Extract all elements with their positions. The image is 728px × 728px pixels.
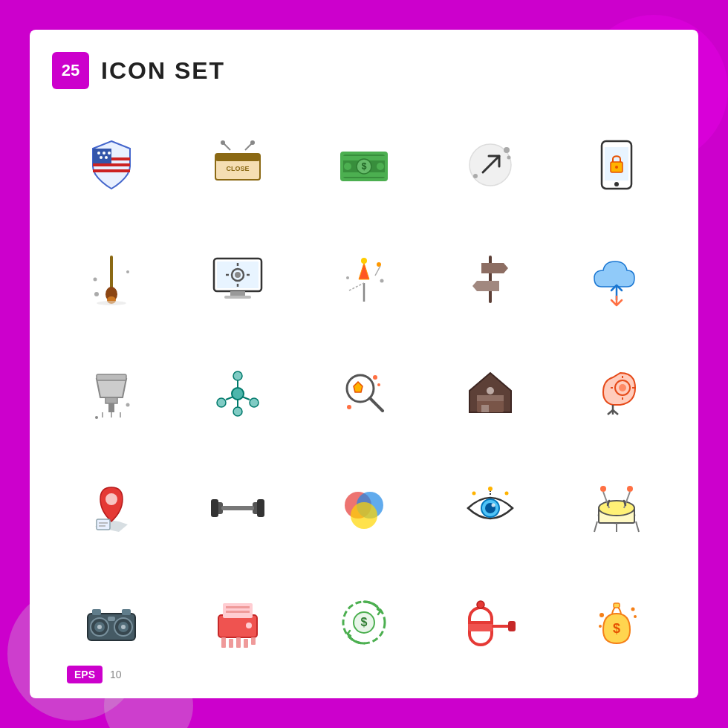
icon-money-cycle: $ [305, 569, 423, 676]
svg-point-35 [614, 182, 619, 186]
icon-boombox [52, 569, 171, 676]
svg-rect-151 [229, 639, 233, 648]
icons-grid: CLOSE $ [52, 111, 676, 676]
icon-eye-vision [431, 455, 550, 562]
header: 25 ICON SET [52, 52, 676, 89]
icon-fire-hose [431, 569, 550, 676]
svg-point-167 [599, 613, 604, 617]
icon-monitor-settings [178, 226, 297, 333]
svg-text:$: $ [361, 616, 368, 628]
svg-rect-106 [97, 519, 110, 530]
svg-point-32 [507, 156, 511, 160]
svg-point-43 [94, 278, 97, 282]
svg-rect-14 [215, 154, 260, 161]
svg-point-31 [504, 147, 510, 153]
svg-point-169 [634, 615, 637, 618]
icon-paint-brush-clean [52, 226, 171, 333]
icon-american-shield [52, 111, 171, 218]
svg-rect-110 [211, 499, 218, 517]
svg-rect-94 [481, 405, 489, 412]
icon-signpost [431, 226, 550, 333]
svg-point-155 [246, 623, 252, 628]
svg-point-97 [619, 384, 626, 391]
icon-color-mix [305, 455, 423, 562]
icon-close-sign: CLOSE [178, 111, 297, 218]
svg-rect-148 [226, 606, 250, 608]
footer: EPS 10 [67, 666, 122, 683]
svg-rect-5 [93, 163, 130, 166]
svg-point-116 [351, 502, 377, 529]
svg-point-27 [377, 163, 384, 170]
icon-molecule [178, 340, 297, 447]
svg-point-11 [100, 156, 103, 159]
svg-point-62 [346, 276, 349, 279]
icon-printer [178, 569, 297, 676]
svg-point-129 [600, 486, 606, 492]
svg-rect-154 [251, 637, 256, 645]
svg-point-9 [103, 152, 105, 155]
svg-point-58 [361, 258, 367, 264]
svg-point-168 [631, 608, 635, 611]
icon-dumbbell [178, 455, 297, 562]
svg-point-10 [108, 152, 111, 155]
svg-line-133 [594, 521, 597, 532]
svg-point-105 [105, 493, 117, 505]
svg-rect-144 [92, 609, 101, 615]
svg-rect-164 [508, 621, 516, 631]
icon-money-bag: $ [557, 569, 676, 676]
svg-point-44 [97, 301, 126, 305]
svg-rect-150 [221, 637, 226, 648]
svg-point-122 [505, 492, 509, 495]
svg-point-88 [347, 405, 351, 409]
icon-map-pin [52, 455, 171, 562]
badge-number: 25 [52, 52, 89, 89]
svg-point-26 [344, 163, 351, 170]
svg-rect-6 [93, 169, 130, 172]
svg-point-165 [477, 601, 484, 608]
svg-marker-56 [359, 263, 369, 279]
svg-point-126 [599, 501, 634, 516]
svg-point-95 [487, 387, 494, 394]
svg-rect-152 [236, 637, 241, 648]
icon-drum-set [557, 455, 676, 562]
svg-rect-162 [468, 621, 493, 624]
svg-text:$: $ [362, 161, 367, 172]
svg-point-41 [94, 292, 99, 296]
svg-rect-145 [122, 609, 131, 615]
icon-fireworks [305, 226, 423, 333]
svg-point-17 [221, 140, 225, 145]
header-title: ICON SET [101, 57, 225, 85]
svg-point-30 [473, 174, 478, 178]
svg-point-77 [232, 388, 244, 400]
svg-line-87 [370, 398, 383, 411]
svg-point-123 [472, 492, 476, 495]
svg-rect-153 [244, 639, 248, 648]
svg-point-63 [380, 279, 384, 283]
svg-rect-171 [614, 603, 620, 608]
eps-label: EPS [67, 666, 103, 683]
svg-point-50 [235, 272, 241, 278]
svg-rect-70 [108, 403, 114, 412]
svg-point-80 [217, 398, 226, 407]
svg-point-8 [97, 152, 100, 155]
svg-point-75 [95, 416, 98, 419]
icon-search-legal [305, 340, 423, 447]
svg-rect-112 [257, 499, 264, 517]
svg-point-78 [233, 371, 242, 380]
svg-rect-74 [97, 374, 126, 380]
svg-line-59 [349, 283, 364, 290]
svg-point-130 [627, 486, 633, 492]
svg-point-12 [105, 156, 108, 159]
main-card: 25 ICON SET [30, 30, 698, 698]
svg-point-90 [377, 383, 380, 386]
icon-money-cash: $ [305, 111, 423, 218]
svg-rect-48 [224, 296, 251, 299]
svg-rect-143 [108, 617, 115, 621]
svg-point-81 [250, 398, 259, 407]
icon-phone-lock [557, 111, 676, 218]
svg-text:$: $ [613, 621, 620, 636]
svg-point-142 [121, 625, 126, 629]
svg-point-139 [97, 625, 102, 629]
icon-home-wallet [431, 340, 550, 447]
svg-line-61 [375, 266, 380, 276]
